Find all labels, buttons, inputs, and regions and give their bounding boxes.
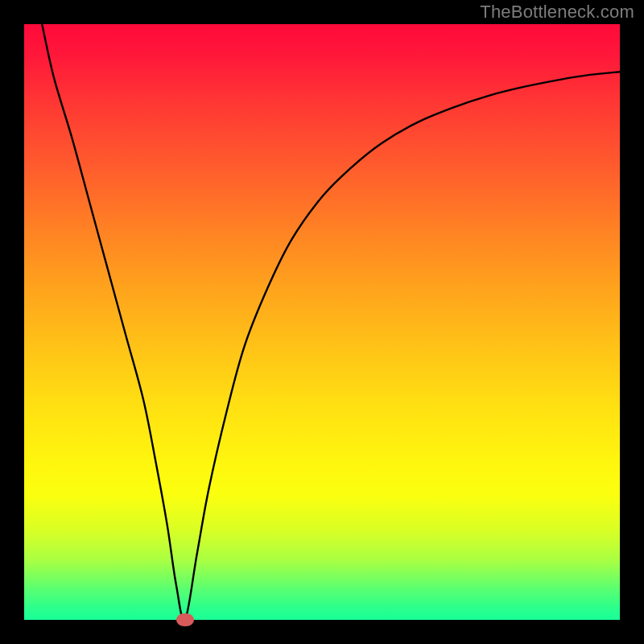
watermark-text: TheBottleneck.com	[480, 2, 634, 23]
bottleneck-curve	[24, 24, 620, 620]
chart-frame: TheBottleneck.com	[0, 0, 644, 644]
plot-area	[24, 24, 620, 620]
minimum-marker	[176, 613, 194, 626]
